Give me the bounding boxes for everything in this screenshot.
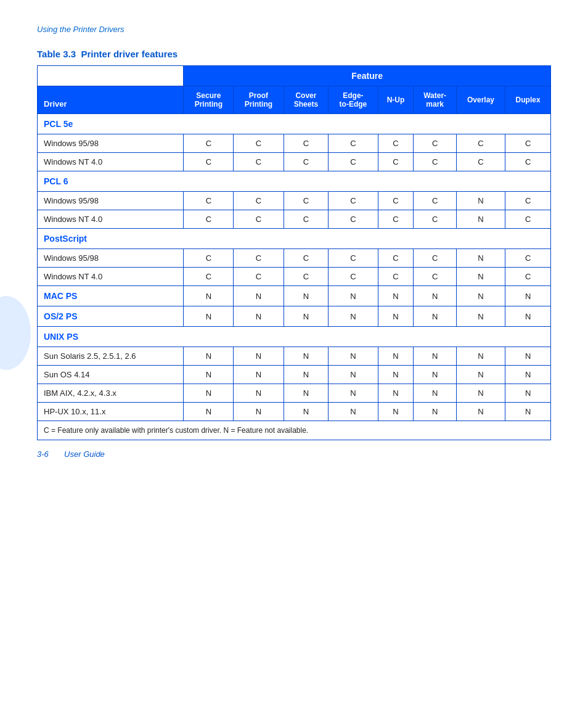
value-cell: C: [234, 268, 284, 286]
table-title: Table 3.3 Printer driver features: [37, 49, 551, 59]
value-cell: N: [414, 286, 456, 306]
value-cell: N: [329, 403, 378, 421]
value-cell: N: [184, 384, 234, 403]
category-label: UNIX PS: [38, 327, 551, 347]
value-cell: N: [378, 384, 414, 403]
value-cell: C: [284, 249, 329, 268]
value-cell: C: [329, 268, 378, 286]
value-cell: C: [414, 192, 456, 210]
table-row: UNIX PS: [38, 327, 551, 347]
value-cell: N: [184, 306, 234, 327]
note-cell: C = Feature only available with printer'…: [38, 421, 551, 440]
value-cell: N: [184, 286, 234, 306]
value-cell: N: [456, 403, 505, 421]
value-cell: N: [378, 366, 414, 384]
value-cell: N: [414, 306, 456, 327]
value-cell: C: [329, 210, 378, 229]
col-driver: Driver: [38, 86, 184, 114]
value-cell: N: [456, 268, 505, 286]
value-cell: C: [329, 134, 378, 153]
value-cell: N: [284, 366, 329, 384]
value-cell: C: [234, 210, 284, 229]
value-cell: C: [414, 249, 456, 268]
value-cell: C: [378, 268, 414, 286]
table-row: IBM AIX, 4.2.x, 4.3.xNNNNNNNN: [38, 384, 551, 403]
driver-cell: Sun OS 4.14: [38, 366, 184, 384]
table-row: Windows 95/98CCCCCCNC: [38, 192, 551, 210]
col-secure-printing: SecurePrinting: [184, 86, 234, 114]
value-cell: N: [505, 366, 551, 384]
driver-cell: HP-UX 10.x, 11.x: [38, 403, 184, 421]
value-cell: N: [505, 286, 551, 306]
value-cell: N: [184, 403, 234, 421]
value-cell: N: [456, 286, 505, 306]
value-cell: C: [184, 153, 234, 171]
value-cell: C: [234, 153, 284, 171]
breadcrumb: Using the Printer Drivers: [37, 25, 551, 34]
value-cell: N: [456, 249, 505, 268]
feature-header-cell: Feature: [184, 66, 551, 86]
driver-cell: OS/2 PS: [38, 306, 184, 327]
page-footer: 3-6 User Guide: [37, 449, 105, 459]
table-row: PCL 6: [38, 171, 551, 192]
col-n-up: N-Up: [378, 86, 414, 114]
value-cell: N: [184, 366, 234, 384]
table-row: Windows NT 4.0CCCCCCNC: [38, 210, 551, 229]
value-cell: C: [378, 134, 414, 153]
table-label: Printer driver features: [81, 49, 178, 59]
value-cell: C: [505, 153, 551, 171]
table-row: Windows 95/98CCCCCCNC: [38, 249, 551, 268]
value-cell: N: [234, 306, 284, 327]
value-cell: C: [378, 210, 414, 229]
note-row: C = Feature only available with printer'…: [38, 421, 551, 440]
category-label: PCL 5e: [38, 114, 551, 134]
table-row: Sun Solaris 2.5, 2.5.1, 2.6NNNNNNNN: [38, 347, 551, 366]
table-row: PostScript: [38, 229, 551, 249]
table-row: Windows NT 4.0CCCCCCCC: [38, 153, 551, 171]
value-cell: C: [184, 134, 234, 153]
col-proof-printing: ProofPrinting: [234, 86, 284, 114]
table-row: MAC PSNNNNNNNN: [38, 286, 551, 306]
table-row: Windows NT 4.0CCCCCCNC: [38, 268, 551, 286]
value-cell: C: [284, 210, 329, 229]
driver-cell: IBM AIX, 4.2.x, 4.3.x: [38, 384, 184, 403]
category-label: PCL 6: [38, 171, 551, 192]
value-cell: N: [284, 347, 329, 366]
value-cell: C: [234, 249, 284, 268]
driver-cell: Windows 95/98: [38, 249, 184, 268]
value-cell: N: [505, 347, 551, 366]
value-cell: C: [505, 134, 551, 153]
value-cell: N: [284, 403, 329, 421]
column-header-row: Driver SecurePrinting ProofPrinting Cove…: [38, 86, 551, 114]
value-cell: C: [234, 192, 284, 210]
value-cell: N: [378, 347, 414, 366]
value-cell: C: [284, 134, 329, 153]
value-cell: C: [184, 249, 234, 268]
value-cell: N: [184, 347, 234, 366]
value-cell: N: [414, 366, 456, 384]
value-cell: C: [505, 268, 551, 286]
value-cell: C: [378, 249, 414, 268]
driver-cell: Windows NT 4.0: [38, 153, 184, 171]
value-cell: C: [284, 153, 329, 171]
value-cell: N: [414, 347, 456, 366]
col-duplex: Duplex: [505, 86, 551, 114]
page: Using the Printer Drivers Table 3.3 Prin…: [0, 0, 588, 477]
value-cell: C: [456, 134, 505, 153]
table-num: Table 3.3: [37, 49, 76, 59]
decorative-circle: [0, 296, 31, 370]
value-cell: N: [414, 403, 456, 421]
value-cell: C: [414, 134, 456, 153]
driver-cell: MAC PS: [38, 286, 184, 306]
value-cell: N: [378, 403, 414, 421]
driver-cell: Windows 95/98: [38, 192, 184, 210]
driver-cell: Sun Solaris 2.5, 2.5.1, 2.6: [38, 347, 184, 366]
value-cell: C: [456, 153, 505, 171]
value-cell: N: [505, 403, 551, 421]
value-cell: N: [329, 384, 378, 403]
value-cell: C: [184, 192, 234, 210]
value-cell: N: [378, 286, 414, 306]
value-cell: C: [284, 268, 329, 286]
value-cell: N: [234, 347, 284, 366]
value-cell: C: [414, 210, 456, 229]
